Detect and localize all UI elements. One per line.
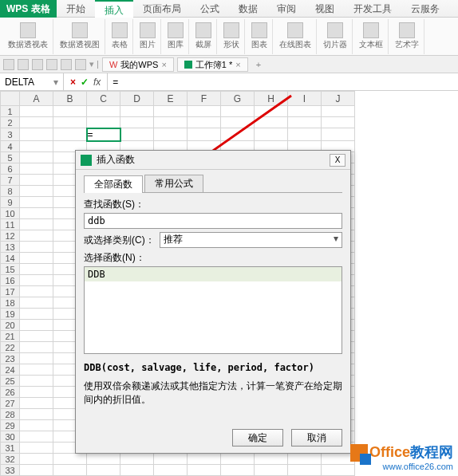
row-header[interactable]: 18 [1,297,20,309]
accept-formula-icon[interactable]: ✓ [81,77,89,88]
cell[interactable] [20,253,53,264]
column-header[interactable]: J [322,92,355,106]
cell[interactable] [188,106,221,117]
cell[interactable] [20,443,53,454]
row-header[interactable]: 21 [1,331,20,342]
row-header[interactable]: 5 [1,152,20,163]
cell[interactable]: = [87,128,120,141]
row-header[interactable]: 12 [1,230,20,242]
cell[interactable] [20,387,53,398]
cell[interactable] [154,128,188,141]
row-header[interactable]: 15 [1,264,20,275]
tab-all-functions[interactable]: 全部函数 [84,175,143,193]
menu-tab-7[interactable]: 开发工具 [344,0,401,18]
row-header[interactable]: 30 [1,431,20,443]
cell[interactable] [20,431,53,443]
column-header[interactable]: G [221,92,255,106]
row-header[interactable]: 13 [1,242,20,253]
cell[interactable] [120,128,154,141]
doc-tab-mywps[interactable]: W我的WPS× [102,57,174,72]
cell[interactable] [20,297,53,309]
row-header[interactable]: 24 [1,364,20,376]
cell[interactable] [322,117,355,128]
row-header[interactable]: 17 [1,286,20,297]
menu-tab-2[interactable]: 页面布局 [133,0,191,18]
function-list[interactable]: DDB [84,266,342,354]
cell[interactable] [20,117,53,128]
row-header[interactable]: 25 [1,376,20,387]
ribbon-group[interactable]: 图库 [163,19,189,54]
dialog-titlebar[interactable]: 插入函数 X [76,151,350,170]
cell[interactable] [20,197,53,208]
cell[interactable] [255,465,288,476]
ribbon-group[interactable]: 切片器 [318,19,353,54]
row-header[interactable]: 14 [1,253,20,264]
menu-tab-4[interactable]: 数据 [229,0,267,18]
row-header[interactable]: 6 [1,163,20,175]
ribbon-group[interactable]: 在线图表 [274,19,317,54]
row-header[interactable]: 11 [1,219,20,230]
doc-tab-workbook[interactable]: 工作簿1 *× [177,57,248,72]
cell[interactable] [20,353,53,364]
ribbon-group[interactable]: 图表 [247,19,273,54]
cell[interactable] [20,163,53,175]
tab-common-formulas[interactable]: 常用公式 [144,175,203,192]
cell[interactable] [87,454,120,465]
ribbon-group[interactable]: 数据透视图 [55,19,105,54]
cell[interactable] [288,117,322,128]
ribbon-group[interactable]: 图片 [135,19,161,54]
cell[interactable] [288,128,322,141]
cell[interactable] [255,106,288,117]
cancel-button[interactable]: 取消 [291,429,342,446]
cell[interactable] [20,376,53,387]
cell[interactable] [20,242,53,253]
cell[interactable] [20,331,53,342]
cell[interactable] [255,128,288,141]
cell[interactable] [53,128,87,141]
row-header[interactable]: 32 [1,454,20,465]
row-header[interactable]: 26 [1,387,20,398]
cell[interactable] [87,117,120,128]
ok-button[interactable]: 确定 [232,429,283,446]
cell[interactable] [20,454,53,465]
cell[interactable] [221,106,255,117]
cell[interactable] [87,465,120,476]
cell[interactable] [322,128,355,141]
row-header[interactable]: 19 [1,309,20,320]
row-header[interactable]: 3 [1,128,20,141]
cell[interactable] [20,420,53,431]
cell[interactable] [20,409,53,420]
cell[interactable] [20,141,53,152]
menu-tab-3[interactable]: 公式 [191,0,229,18]
ribbon-group[interactable]: 截屏 [191,19,217,54]
cell[interactable] [20,364,53,376]
column-header[interactable]: C [87,92,120,106]
cell[interactable] [53,454,87,465]
qat-icon[interactable] [75,59,86,70]
cell[interactable] [188,454,221,465]
menu-tab-1[interactable]: 插入 [95,0,133,18]
cell[interactable] [20,186,53,197]
row-header[interactable]: 16 [1,275,20,286]
cell[interactable] [221,117,255,128]
cell[interactable] [120,117,154,128]
cell[interactable] [20,128,53,141]
cell[interactable] [255,117,288,128]
cell[interactable] [322,106,355,117]
cell[interactable] [188,465,221,476]
row-header[interactable]: 31 [1,443,20,454]
row-header[interactable]: 27 [1,398,20,409]
formula-input[interactable]: = [108,77,458,88]
cell[interactable] [188,128,221,141]
cell[interactable] [120,106,154,117]
ribbon-group[interactable]: 表格 [107,19,133,54]
cell[interactable] [188,117,221,128]
cell[interactable] [20,309,53,320]
row-header[interactable]: 20 [1,320,20,331]
category-select[interactable]: 推荐▾ [160,232,342,248]
column-header[interactable]: I [288,92,322,106]
cell[interactable] [53,465,87,476]
row-header[interactable]: 1 [1,106,20,117]
column-header[interactable]: A [20,92,53,106]
row-header[interactable]: 8 [1,186,20,197]
